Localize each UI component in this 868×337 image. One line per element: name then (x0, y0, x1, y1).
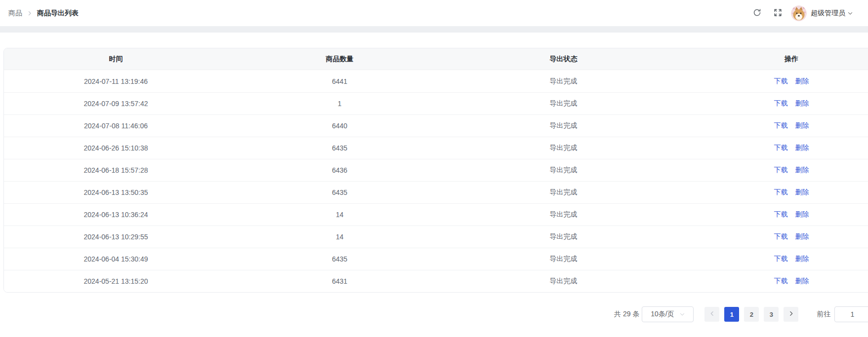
download-link[interactable]: 下载 (774, 121, 788, 129)
page-size-select[interactable]: 10条/页 (642, 306, 694, 322)
cell-status: 导出完成 (452, 232, 675, 241)
page-button-3[interactable]: 3 (764, 307, 779, 322)
delete-link[interactable]: 删除 (795, 121, 809, 129)
cell-time: 2024-06-26 15:10:38 (4, 144, 228, 152)
breadcrumb-item-products[interactable]: 商品 (8, 9, 22, 18)
avatar (791, 5, 807, 21)
delete-link[interactable]: 删除 (795, 188, 809, 196)
download-link[interactable]: 下载 (774, 188, 788, 196)
cell-time: 2024-06-13 13:50:35 (4, 188, 228, 196)
cell-quantity: 6435 (228, 144, 452, 152)
cell-operations: 下载删除 (675, 188, 868, 197)
cell-status: 导出完成 (452, 77, 675, 86)
top-bar: 商品 商品导出列表 (0, 0, 868, 26)
pagination: 共 29 条 10条/页 1 2 3 前往 (614, 306, 868, 322)
cell-operations: 下载删除 (675, 210, 868, 219)
download-link[interactable]: 下载 (774, 210, 788, 218)
cell-time: 2024-07-09 13:57:42 (4, 100, 228, 108)
pagination-total: 共 29 条 (614, 310, 639, 319)
cell-time: 2024-06-18 15:57:28 (4, 166, 228, 174)
cell-quantity: 6435 (228, 255, 452, 263)
cell-operations: 下载删除 (675, 144, 868, 152)
download-link[interactable]: 下载 (774, 166, 788, 174)
table-row: 2024-06-26 15:10:386435导出完成下载删除 (4, 137, 868, 159)
column-header-time: 时间 (4, 55, 228, 64)
cell-time: 2024-05-21 13:15:20 (4, 277, 228, 285)
user-menu[interactable]: 超级管理员 (791, 5, 853, 21)
cell-quantity: 6435 (228, 188, 452, 196)
cell-quantity: 6431 (228, 277, 452, 285)
cell-operations: 下载删除 (675, 77, 868, 86)
table-row: 2024-06-13 10:36:2414导出完成下载删除 (4, 203, 868, 225)
download-link[interactable]: 下载 (774, 99, 788, 107)
delete-link[interactable]: 删除 (795, 144, 809, 151)
delete-link[interactable]: 删除 (795, 166, 809, 174)
download-link[interactable]: 下载 (774, 255, 788, 262)
fullscreen-button[interactable] (773, 8, 783, 19)
next-page-button[interactable] (784, 307, 798, 322)
page-button-2[interactable]: 2 (744, 307, 759, 322)
divider-band (0, 26, 868, 33)
cell-status: 导出完成 (452, 188, 675, 197)
cell-quantity: 14 (228, 211, 452, 219)
user-name: 超级管理员 (811, 9, 845, 18)
page-size-value: 10条/页 (651, 310, 674, 319)
breadcrumb-item-export-list: 商品导出列表 (37, 9, 79, 18)
delete-link[interactable]: 删除 (795, 232, 809, 240)
chevron-right-icon (27, 10, 33, 16)
table-row: 2024-06-18 15:57:286436导出完成下载删除 (4, 159, 868, 181)
cell-time: 2024-07-11 13:19:46 (4, 77, 228, 85)
cell-status: 导出完成 (452, 121, 675, 130)
cell-operations: 下载删除 (675, 277, 868, 286)
table-row: 2024-05-21 13:15:206431导出完成下载删除 (4, 270, 868, 292)
cell-operations: 下载删除 (675, 99, 868, 108)
goto-label: 前往 (817, 310, 830, 319)
cell-quantity: 6441 (228, 77, 452, 85)
cell-status: 导出完成 (452, 210, 675, 219)
cell-quantity: 6436 (228, 166, 452, 174)
table-header-row: 时间 商品数量 导出状态 操作 (4, 48, 868, 70)
chevron-down-icon (679, 311, 685, 317)
cell-status: 导出完成 (452, 144, 675, 152)
cell-status: 导出完成 (452, 166, 675, 175)
breadcrumb: 商品 商品导出列表 (8, 9, 79, 18)
delete-link[interactable]: 删除 (795, 277, 809, 285)
cell-status: 导出完成 (452, 277, 675, 286)
chevron-down-icon (847, 10, 853, 16)
table-row: 2024-06-04 15:30:496435导出完成下载删除 (4, 248, 868, 270)
delete-link[interactable]: 删除 (795, 210, 809, 218)
cell-quantity: 14 (228, 233, 452, 241)
table-row: 2024-07-11 13:19:466441导出完成下载删除 (4, 70, 868, 92)
delete-link[interactable]: 删除 (795, 99, 809, 107)
refresh-button[interactable] (753, 8, 761, 18)
chevron-left-icon (709, 310, 715, 318)
download-link[interactable]: 下载 (774, 277, 788, 285)
cell-status: 导出完成 (452, 255, 675, 263)
cell-operations: 下载删除 (675, 166, 868, 175)
fullscreen-icon (773, 8, 783, 19)
cell-quantity: 1 (228, 100, 452, 108)
page-button-1[interactable]: 1 (724, 307, 739, 322)
column-header-operations: 操作 (675, 55, 868, 64)
cell-time: 2024-06-13 10:36:24 (4, 211, 228, 219)
prev-page-button[interactable] (704, 307, 719, 322)
cell-time: 2024-06-04 15:30:49 (4, 255, 228, 263)
delete-link[interactable]: 删除 (795, 77, 809, 85)
table-row: 2024-07-08 11:46:066440导出完成下载删除 (4, 114, 868, 137)
export-table-card: 时间 商品数量 导出状态 操作 2024-07-11 13:19:466441导… (3, 48, 868, 293)
goto-page-input[interactable] (834, 306, 868, 322)
column-header-quantity: 商品数量 (228, 55, 452, 64)
top-bar-actions: 超级管理员 (741, 5, 853, 21)
cell-time: 2024-06-13 10:29:55 (4, 233, 228, 241)
cell-quantity: 6440 (228, 122, 452, 130)
download-link[interactable]: 下载 (774, 144, 788, 151)
download-link[interactable]: 下载 (774, 77, 788, 85)
download-link[interactable]: 下载 (774, 232, 788, 240)
delete-link[interactable]: 删除 (795, 255, 809, 262)
cell-operations: 下载删除 (675, 121, 868, 130)
table-body: 2024-07-11 13:19:466441导出完成下载删除2024-07-0… (4, 70, 868, 292)
chevron-right-icon (788, 310, 794, 318)
cell-time: 2024-07-08 11:46:06 (4, 122, 228, 130)
refresh-icon (753, 8, 761, 18)
cell-operations: 下载删除 (675, 255, 868, 263)
